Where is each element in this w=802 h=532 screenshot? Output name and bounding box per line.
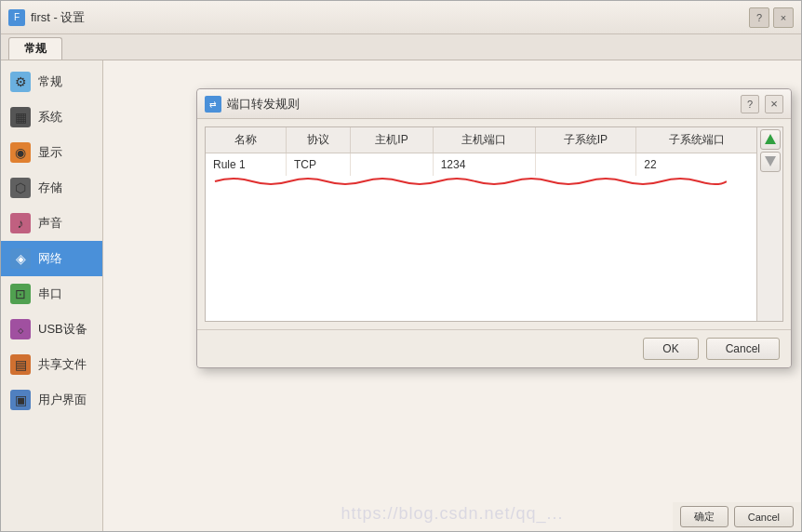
dialog-title: 端口转发规则 bbox=[227, 96, 735, 113]
sidebar-item-system[interactable]: ▦ 系统 bbox=[1, 100, 102, 135]
cell-host-ip bbox=[351, 153, 433, 177]
main-window: F first - 设置 ? × 常规 ⚙ 常规 ▦ 系统 ◉ 显示 bbox=[0, 0, 802, 532]
window-title: first - 设置 bbox=[31, 9, 749, 26]
squiggly-row bbox=[206, 176, 756, 191]
col-header-host-port: 主机端口 bbox=[433, 127, 535, 153]
sidebar-item-network[interactable]: ◈ 网络 bbox=[1, 241, 102, 276]
tab-bar: 常规 bbox=[1, 34, 801, 60]
sidebar-item-display[interactable]: ◉ 显示 bbox=[1, 135, 102, 170]
cell-subsystem-ip bbox=[535, 153, 636, 177]
dialog-ok-button[interactable]: OK bbox=[643, 338, 698, 360]
remove-rule-button[interactable] bbox=[760, 152, 781, 172]
sidebar-item-general[interactable]: ⚙ 常规 bbox=[1, 64, 102, 100]
network-icon: ◈ bbox=[10, 248, 31, 269]
table-header-row: 名称 协议 主机IP 主机端口 子系统IP 子系统端口 bbox=[206, 127, 756, 153]
add-rule-button[interactable] bbox=[760, 129, 781, 150]
close-button[interactable]: × bbox=[773, 7, 794, 28]
sidebar-item-audio[interactable]: ♪ 声音 bbox=[1, 206, 102, 241]
cell-name: Rule 1 bbox=[206, 153, 286, 177]
svg-marker-0 bbox=[765, 134, 776, 144]
sidebar-item-serial[interactable]: ⊡ 串口 bbox=[1, 276, 102, 312]
dialog-cancel-button[interactable]: Cancel bbox=[706, 338, 780, 360]
rules-toolbar bbox=[756, 127, 782, 321]
bottom-strip: 确定 Cancel bbox=[673, 502, 801, 531]
rules-container: 名称 协议 主机IP 主机端口 子系统IP 子系统端口 bbox=[205, 126, 783, 322]
col-header-protocol: 协议 bbox=[286, 127, 350, 153]
sidebar-item-shared[interactable]: ▤ 共享文件 bbox=[1, 347, 102, 382]
sidebar-item-ui[interactable]: ▣ 用户界面 bbox=[1, 382, 102, 418]
ui-icon: ▣ bbox=[10, 390, 31, 410]
col-header-name: 名称 bbox=[206, 127, 286, 153]
sidebar-item-usb[interactable]: ⬦ USB设备 bbox=[1, 312, 102, 347]
tab-general[interactable]: 常规 bbox=[8, 37, 62, 60]
usb-icon: ⬦ bbox=[10, 319, 31, 339]
dialog-close-button[interactable]: × bbox=[765, 95, 783, 113]
remove-icon bbox=[764, 155, 777, 168]
empty-row-5 bbox=[206, 295, 756, 321]
empty-row-1 bbox=[206, 191, 756, 217]
system-icon: ▦ bbox=[10, 107, 31, 127]
title-bar: F first - 设置 ? × bbox=[1, 1, 801, 34]
content-area: ⚙ 常规 ▦ 系统 ◉ 显示 ⬡ 存储 ♪ 声音 ◈ 网络 bbox=[1, 60, 801, 531]
dialog-help-button[interactable]: ? bbox=[741, 95, 759, 113]
rules-table-wrapper: 名称 协议 主机IP 主机端口 子系统IP 子系统端口 bbox=[206, 127, 756, 321]
table-row[interactable]: Rule 1 TCP 1234 22 bbox=[206, 153, 756, 177]
add-icon bbox=[764, 133, 777, 146]
rules-table: 名称 协议 主机IP 主机端口 子系统IP 子系统端口 bbox=[206, 127, 756, 321]
cell-host-port: 1234 bbox=[433, 153, 535, 177]
window-controls: ? × bbox=[749, 7, 794, 28]
dialog-icon: ⇄ bbox=[205, 96, 221, 113]
serial-icon: ⊡ bbox=[10, 284, 31, 304]
col-header-host-ip: 主机IP bbox=[351, 127, 433, 153]
empty-row-4 bbox=[206, 269, 756, 295]
bottom-ok-button[interactable]: 确定 bbox=[680, 506, 728, 527]
port-forward-dialog: ⇄ 端口转发规则 ? × 名称 协议 bbox=[196, 88, 792, 368]
main-panel: ⇄ 端口转发规则 ? × 名称 协议 bbox=[103, 60, 801, 531]
svg-marker-1 bbox=[765, 156, 776, 166]
display-icon: ◉ bbox=[10, 142, 31, 163]
dialog-footer: OK Cancel bbox=[197, 329, 791, 367]
dialog-content: 名称 协议 主机IP 主机端口 子系统IP 子系统端口 bbox=[197, 119, 791, 329]
help-button[interactable]: ? bbox=[749, 7, 769, 28]
sidebar-item-storage[interactable]: ⬡ 存储 bbox=[1, 170, 102, 206]
audio-icon: ♪ bbox=[10, 213, 31, 233]
col-header-subsystem-ip: 子系统IP bbox=[535, 127, 636, 153]
cell-protocol: TCP bbox=[286, 153, 350, 177]
cell-subsystem-port: 22 bbox=[636, 153, 756, 177]
general-icon: ⚙ bbox=[10, 72, 31, 92]
sidebar: ⚙ 常规 ▦ 系统 ◉ 显示 ⬡ 存储 ♪ 声音 ◈ 网络 bbox=[1, 60, 103, 531]
shared-icon: ▤ bbox=[10, 354, 31, 375]
col-header-subsystem-port: 子系统端口 bbox=[636, 127, 756, 153]
app-icon: F bbox=[8, 9, 25, 26]
bottom-cancel-button[interactable]: Cancel bbox=[734, 506, 794, 527]
storage-icon: ⬡ bbox=[10, 178, 31, 198]
squiggly-underline bbox=[206, 174, 727, 187]
dialog-titlebar: ⇄ 端口转发规则 ? × bbox=[197, 89, 791, 119]
empty-row-2 bbox=[206, 217, 756, 243]
empty-row-3 bbox=[206, 243, 756, 269]
